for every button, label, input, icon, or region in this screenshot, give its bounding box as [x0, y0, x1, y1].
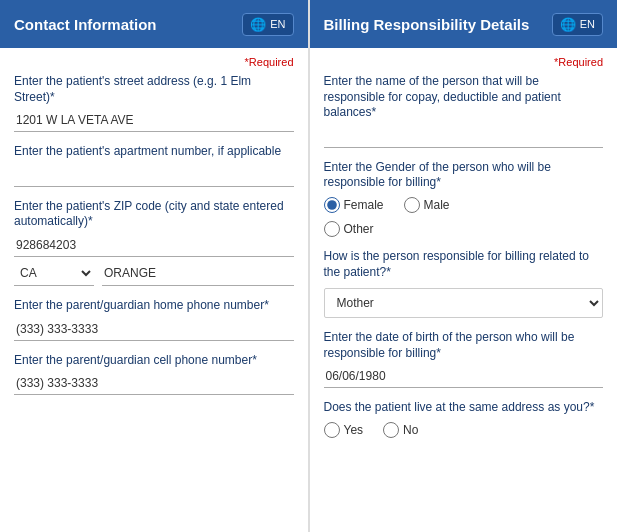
gender-field-group: Enter the Gender of the person who will …: [324, 160, 604, 237]
right-panel-header: Billing Responsibility Details 🌐 EN: [310, 0, 618, 48]
left-panel-header: Contact Information 🌐 EN: [0, 0, 308, 48]
right-lang-badge[interactable]: 🌐 EN: [552, 13, 603, 36]
right-lang-label: EN: [580, 18, 595, 30]
cell-phone-field-group: Enter the parent/guardian cell phone num…: [14, 353, 294, 396]
apt-input[interactable]: [14, 164, 294, 187]
gender-female-option[interactable]: Female: [324, 197, 384, 213]
same-address-yes-option[interactable]: Yes: [324, 422, 364, 438]
right-globe-icon: 🌐: [560, 17, 576, 32]
left-required-note: *Required: [14, 56, 294, 68]
relationship-field-group: How is the person responsible for billin…: [324, 249, 604, 318]
relationship-label: How is the person responsible for billin…: [324, 249, 604, 280]
responsible-name-input[interactable]: [324, 125, 604, 148]
city-input[interactable]: [102, 261, 294, 286]
right-panel: Billing Responsibility Details 🌐 EN *Req…: [309, 0, 618, 532]
street-label: Enter the patient's street address (e.g.…: [14, 74, 294, 105]
gender-label: Enter the Gender of the person who will …: [324, 160, 604, 191]
dob-field-group: Enter the date of birth of the person wh…: [324, 330, 604, 388]
zip-field-group: Enter the patient's ZIP code (city and s…: [14, 199, 294, 286]
gender-male-label: Male: [424, 198, 450, 212]
same-address-yes-label: Yes: [344, 423, 364, 437]
home-phone-input[interactable]: [14, 318, 294, 341]
state-zip-row: CA NY TX: [14, 261, 294, 286]
same-address-yes-radio[interactable]: [324, 422, 340, 438]
gender-other-row: Other: [324, 221, 604, 237]
responsible-name-field-group: Enter the name of the person that will b…: [324, 74, 604, 148]
gender-other-option[interactable]: Other: [324, 221, 604, 237]
gender-other-radio[interactable]: [324, 221, 340, 237]
zip-input[interactable]: [14, 234, 294, 257]
gender-male-option[interactable]: Male: [404, 197, 450, 213]
left-panel-title: Contact Information: [14, 16, 157, 33]
same-address-field-group: Does the patient live at the same addres…: [324, 400, 604, 438]
state-select[interactable]: CA NY TX: [14, 261, 94, 286]
cell-phone-label: Enter the parent/guardian cell phone num…: [14, 353, 294, 369]
left-lang-badge[interactable]: 🌐 EN: [242, 13, 293, 36]
left-lang-label: EN: [270, 18, 285, 30]
dob-input[interactable]: [324, 365, 604, 388]
street-input[interactable]: [14, 109, 294, 132]
relationship-select[interactable]: Mother Father Self Spouse Other: [324, 288, 604, 318]
home-phone-label: Enter the parent/guardian home phone num…: [14, 298, 294, 314]
zip-label: Enter the patient's ZIP code (city and s…: [14, 199, 294, 230]
cell-phone-input[interactable]: [14, 372, 294, 395]
right-required-note: *Required: [324, 56, 604, 68]
gender-female-radio[interactable]: [324, 197, 340, 213]
same-address-radio-row: Yes No: [324, 422, 604, 438]
apt-field-group: Enter the patient's apartment number, if…: [14, 144, 294, 187]
gender-male-radio[interactable]: [404, 197, 420, 213]
home-phone-field-group: Enter the parent/guardian home phone num…: [14, 298, 294, 341]
right-panel-title: Billing Responsibility Details: [324, 16, 530, 33]
same-address-no-radio[interactable]: [383, 422, 399, 438]
same-address-label: Does the patient live at the same addres…: [324, 400, 604, 416]
same-address-no-label: No: [403, 423, 418, 437]
street-field-group: Enter the patient's street address (e.g.…: [14, 74, 294, 132]
gender-other-label: Other: [344, 222, 374, 236]
gender-female-label: Female: [344, 198, 384, 212]
left-panel-body: *Required Enter the patient's street add…: [0, 48, 308, 532]
same-address-no-option[interactable]: No: [383, 422, 418, 438]
gender-radio-row: Female Male: [324, 197, 604, 213]
globe-icon: 🌐: [250, 17, 266, 32]
apt-label: Enter the patient's apartment number, if…: [14, 144, 294, 160]
left-panel: Contact Information 🌐 EN *Required Enter…: [0, 0, 308, 532]
right-panel-body: *Required Enter the name of the person t…: [310, 48, 618, 532]
dob-label: Enter the date of birth of the person wh…: [324, 330, 604, 361]
responsible-name-label: Enter the name of the person that will b…: [324, 74, 604, 121]
